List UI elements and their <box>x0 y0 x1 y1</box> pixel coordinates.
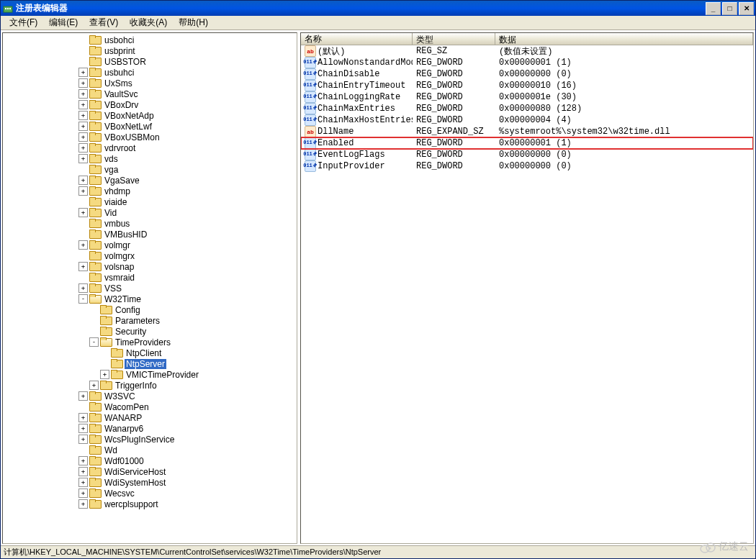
tree-toggle[interactable]: + <box>78 186 88 196</box>
tree-item[interactable]: viaide <box>3 196 297 207</box>
tree-toggle[interactable]: + <box>78 262 88 271</box>
tree-label[interactable]: volmgrx <box>103 251 136 261</box>
tree-label[interactable]: Config <box>114 305 142 315</box>
tree-label[interactable]: Wd <box>103 445 119 455</box>
tree-item[interactable]: +volsnap <box>3 261 297 272</box>
tree-toggle[interactable]: + <box>78 467 88 476</box>
tree-label[interactable]: usbuhci <box>103 68 135 78</box>
tree-toggle[interactable]: + <box>78 456 88 465</box>
header-data[interactable]: 数据 <box>495 33 753 45</box>
tree-item[interactable]: Security <box>3 326 297 337</box>
list-row[interactable]: EventLogFlagsREG_DWORD0x00000000 (0) <box>301 149 753 160</box>
tree-label[interactable]: Wanarpv6 <box>103 424 145 434</box>
tree-toggle[interactable]: + <box>78 499 88 509</box>
list-row[interactable]: ChainEntryTimeoutREG_DWORD0x00000010 (16… <box>301 80 753 91</box>
tree-toggle[interactable]: - <box>78 294 88 304</box>
tree-item[interactable]: +Wdf01000 <box>3 455 297 466</box>
tree-item[interactable]: VMBusHID <box>3 229 297 240</box>
tree-toggle[interactable]: + <box>78 143 88 153</box>
tree-toggle[interactable]: + <box>78 111 88 120</box>
tree-label[interactable]: WdiServiceHost <box>103 467 167 477</box>
tree-item[interactable]: +Vid <box>3 207 297 218</box>
tree-item[interactable]: +VaultSvc <box>3 88 297 99</box>
menu-help[interactable]: 帮助(H) <box>173 15 214 30</box>
tree-item[interactable]: +vds <box>3 153 297 164</box>
tree-label[interactable]: VBoxNetLwf <box>103 122 153 132</box>
tree-item[interactable]: -TimeProviders <box>3 337 297 347</box>
list-row[interactable]: ChainMaxEntriesREG_DWORD0x00000080 (128) <box>301 103 753 114</box>
tree-item[interactable]: Config <box>3 304 297 315</box>
tree-item[interactable]: +vdrvroot <box>3 142 297 153</box>
list-row[interactable]: EnabledREG_DWORD0x00000001 (1) <box>301 137 753 149</box>
tree-label[interactable]: W3SVC <box>103 391 137 401</box>
tree-label[interactable]: NtpServer <box>125 359 166 369</box>
tree-label[interactable]: volmgr <box>103 240 132 250</box>
tree-label[interactable]: VMICTimeProvider <box>125 370 200 380</box>
tree-toggle[interactable]: - <box>89 337 99 347</box>
tree-label[interactable]: TriggerInfo <box>114 381 158 391</box>
tree-label[interactable]: vmbus <box>103 219 131 229</box>
tree-label[interactable]: Wecsvc <box>103 488 136 499</box>
tree-toggle[interactable]: + <box>78 89 88 99</box>
tree-toggle[interactable]: + <box>89 381 99 390</box>
titlebar[interactable]: 注册表编辑器 _ □ ✕ <box>1 1 755 16</box>
tree-item[interactable]: vsmraid <box>3 272 297 283</box>
tree-item[interactable]: +VgaSave <box>3 175 297 186</box>
tree-toggle[interactable]: + <box>78 435 88 444</box>
tree-label[interactable]: VgaSave <box>103 176 141 186</box>
list-row[interactable]: AllowNonstandardMod…REG_DWORD0x00000001 … <box>301 57 753 68</box>
tree-toggle[interactable]: + <box>100 370 109 379</box>
tree-label[interactable]: WcsPlugInService <box>103 435 176 445</box>
menu-view[interactable]: 查看(V) <box>84 15 124 30</box>
tree-toggle[interactable]: + <box>78 208 88 217</box>
tree-item[interactable]: -W32Time <box>3 294 297 304</box>
tree-item[interactable]: +WcsPlugInService <box>3 434 297 445</box>
tree-label[interactable]: VMBusHID <box>103 229 148 240</box>
list-row[interactable]: InputProviderREG_DWORD0x00000000 (0) <box>301 160 753 172</box>
header-type[interactable]: 类型 <box>413 33 495 45</box>
tree-label[interactable]: wercplsupport <box>103 499 160 509</box>
tree-item[interactable]: USBSTOR <box>3 56 297 67</box>
minimize-button[interactable]: _ <box>706 2 721 15</box>
tree-toggle[interactable]: + <box>78 391 88 401</box>
tree-toggle[interactable]: + <box>78 413 88 422</box>
tree-toggle[interactable]: + <box>78 424 88 433</box>
tree-item[interactable]: +UxSms <box>3 78 297 88</box>
tree-label[interactable]: vdrvroot <box>103 143 137 153</box>
list-row[interactable]: ChainMaxHostEntriesREG_DWORD0x00000004 (… <box>301 114 753 126</box>
tree-label[interactable]: viaide <box>103 197 128 207</box>
tree-item[interactable]: +VSS <box>3 283 297 294</box>
tree-label[interactable]: usbprint <box>103 46 137 56</box>
tree-label[interactable]: USBSTOR <box>103 57 148 67</box>
tree-item[interactable]: +VBoxDrv <box>3 99 297 110</box>
tree-label[interactable]: VaultSvc <box>103 89 139 99</box>
tree-item[interactable]: +Wecsvc <box>3 488 297 499</box>
tree-toggle[interactable]: + <box>78 154 88 163</box>
tree-item[interactable]: usbohci <box>3 35 297 45</box>
tree-item[interactable]: +vhdmp <box>3 186 297 196</box>
tree-item[interactable]: +WANARP <box>3 412 297 423</box>
tree-item[interactable]: WacomPen <box>3 401 297 412</box>
tree-item[interactable]: +WdiSystemHost <box>3 477 297 488</box>
tree-item[interactable]: NtpClient <box>3 347 297 358</box>
tree-toggle[interactable]: + <box>78 283 88 293</box>
tree-toggle[interactable]: + <box>78 240 88 250</box>
tree-toggle[interactable]: + <box>78 478 88 487</box>
menu-edit[interactable]: 编辑(E) <box>43 15 84 30</box>
list-row[interactable]: ChainDisableREG_DWORD0x00000000 (0) <box>301 68 753 80</box>
tree-label[interactable]: TimeProviders <box>114 337 172 347</box>
tree-pane[interactable]: usbohciusbprintUSBSTOR+usbuhci+UxSms+Vau… <box>2 32 297 544</box>
tree-item[interactable]: +VBoxNetAdp <box>3 110 297 121</box>
tree-label[interactable]: VSS <box>103 283 123 294</box>
tree-label[interactable]: W32Time <box>103 294 143 304</box>
tree-label[interactable]: Parameters <box>114 316 161 326</box>
tree-item[interactable]: +TriggerInfo <box>3 380 297 391</box>
tree-item[interactable]: vmbus <box>3 218 297 229</box>
tree-item[interactable]: +VBoxNetLwf <box>3 121 297 132</box>
tree-item[interactable]: +Wanarpv6 <box>3 423 297 434</box>
tree-label[interactable]: volsnap <box>103 262 135 272</box>
tree-item[interactable]: volmgrx <box>3 250 297 261</box>
tree-item[interactable]: +usbuhci <box>3 67 297 78</box>
tree-label[interactable]: VBoxUSBMon <box>103 132 161 142</box>
tree-toggle[interactable]: + <box>78 78 88 88</box>
